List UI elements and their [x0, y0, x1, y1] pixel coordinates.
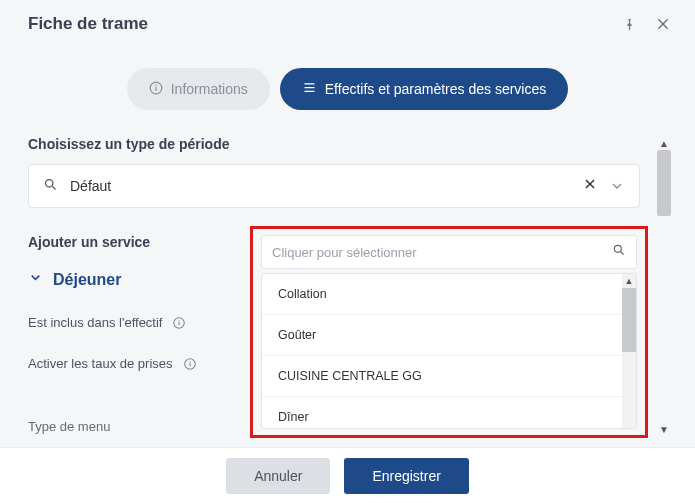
search-icon: [43, 177, 58, 196]
svg-point-6: [614, 245, 621, 252]
pin-icon[interactable]: [622, 17, 637, 32]
service-option-list: Collation Goûter CUISINE CENTRALE GG Dîn…: [261, 273, 637, 429]
tab-effectifs[interactable]: Effectifs et paramètres des services: [280, 68, 569, 110]
svg-rect-2: [155, 84, 156, 85]
service-search-input[interactable]: [272, 245, 612, 260]
list-icon: [302, 80, 317, 98]
period-value: Défaut: [70, 178, 571, 194]
svg-rect-1: [155, 86, 156, 90]
tab-label: Informations: [171, 81, 248, 97]
scroll-thumb[interactable]: [657, 150, 671, 216]
search-icon: [612, 243, 626, 261]
header-actions: [622, 16, 671, 32]
scroll-up-icon[interactable]: ▲: [657, 136, 671, 150]
dejeuner-title: Déjeuner: [53, 271, 121, 289]
add-service-label: Ajouter un service: [28, 234, 246, 250]
chevron-down-icon[interactable]: [609, 178, 625, 194]
dialog-title: Fiche de trame: [28, 14, 148, 34]
service-option[interactable]: CUISINE CENTRALE GG: [262, 356, 636, 397]
service-dropdown-highlight: Collation Goûter CUISINE CENTRALE GG Dîn…: [250, 226, 648, 438]
dialog-fiche-trame: Fiche de trame Informations Effectifs et…: [0, 0, 695, 503]
close-icon[interactable]: [655, 16, 671, 32]
service-option[interactable]: Collation: [262, 274, 636, 315]
setting-label: Est inclus dans l'effectif: [28, 315, 162, 330]
service-option[interactable]: Dîner: [262, 397, 636, 429]
service-search[interactable]: [261, 235, 637, 269]
info-icon: [149, 81, 163, 98]
tab-label: Effectifs et paramètres des services: [325, 81, 547, 97]
setting-label: Type de menu: [28, 419, 110, 434]
chevron-down-icon: [28, 270, 43, 289]
cancel-button[interactable]: Annuler: [226, 458, 330, 494]
content-scrollbar[interactable]: ▲ ▼: [657, 136, 671, 436]
tab-informations[interactable]: Informations: [127, 68, 270, 110]
clear-icon[interactable]: [583, 177, 597, 195]
scroll-down-icon[interactable]: ▼: [657, 422, 671, 436]
dialog-footer: Annuler Enregistrer: [0, 447, 695, 503]
scroll-up-icon[interactable]: ▲: [622, 274, 636, 288]
period-select[interactable]: Défaut: [28, 164, 640, 208]
svg-point-3: [46, 179, 54, 187]
info-icon[interactable]: [183, 357, 197, 371]
tab-bar: Informations Effectifs et paramètres des…: [0, 68, 695, 110]
period-label: Choisissez un type de période: [28, 136, 667, 152]
scroll-thumb[interactable]: [622, 288, 636, 352]
info-icon[interactable]: [172, 316, 186, 330]
dropdown-scrollbar[interactable]: ▲: [622, 274, 636, 428]
save-button[interactable]: Enregistrer: [344, 458, 468, 494]
setting-label: Activer les taux de prises: [28, 356, 173, 371]
dialog-header: Fiche de trame: [0, 0, 695, 44]
service-option[interactable]: Goûter: [262, 315, 636, 356]
